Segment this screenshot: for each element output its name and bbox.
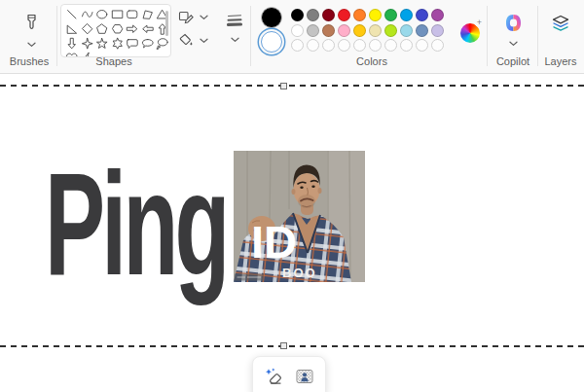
shape-star-four-icon[interactable]	[80, 36, 95, 51]
layers-icon	[550, 13, 571, 37]
remove-background-icon	[294, 366, 315, 390]
add-color-plus-icon: +	[475, 18, 484, 27]
shape-star-five-icon[interactable]	[94, 36, 110, 51]
palette-color-swatch[interactable]	[416, 9, 428, 21]
palette-color-swatch[interactable]	[384, 9, 397, 21]
meme-overlay-text: ID	[251, 216, 297, 267]
remove-background-button[interactable]	[292, 365, 317, 390]
shape-speech-bubble-oval-icon[interactable]	[140, 36, 156, 51]
copilot-group-label: Copilot	[489, 55, 537, 67]
shape-pentagon-icon[interactable]	[94, 21, 110, 36]
shape-arrow-left-icon[interactable]	[140, 21, 156, 36]
group-divider	[537, 6, 538, 66]
custom-color-slot[interactable]	[384, 39, 397, 52]
shape-arrow-down-icon[interactable]	[64, 36, 80, 51]
shape-thought-bubble-icon[interactable]	[155, 36, 170, 51]
palette-color-swatch[interactable]	[416, 24, 428, 37]
palette-color-swatch[interactable]	[322, 24, 335, 37]
brushes-button[interactable]	[18, 11, 45, 37]
custom-color-slot[interactable]	[400, 39, 413, 52]
copilot-icon	[503, 13, 524, 36]
palette-color-swatch[interactable]	[322, 9, 335, 21]
palette-color-swatch[interactable]	[338, 24, 350, 37]
custom-color-slot[interactable]	[307, 39, 319, 52]
palette-color-swatch[interactable]	[307, 9, 319, 21]
custom-color-slot[interactable]	[338, 39, 350, 52]
palette-color-swatch[interactable]	[384, 24, 397, 37]
palette-color-swatch[interactable]	[353, 24, 366, 37]
color-palette	[291, 9, 444, 54]
selection-marquee-bottom	[0, 345, 584, 347]
generative-erase-icon	[263, 366, 284, 390]
shape-hexagon-icon[interactable]	[110, 21, 126, 36]
shapes-scrollbar[interactable]	[165, 11, 168, 36]
paint-app-window: Brushes	[0, 0, 584, 392]
layers-button[interactable]	[548, 12, 573, 37]
copilot-chevron-down-icon[interactable]	[507, 39, 519, 48]
brushes-group-label: Brushes	[0, 55, 58, 67]
generative-erase-button[interactable]	[261, 365, 286, 390]
shape-size-button[interactable]	[223, 12, 246, 31]
palette-color-swatch[interactable]	[307, 24, 319, 37]
palette-color-swatch[interactable]	[353, 9, 366, 21]
selection-marquee-top	[0, 85, 584, 87]
shape-fill-button[interactable]	[177, 32, 195, 50]
shape-speech-bubble-rounded-icon[interactable]	[125, 36, 140, 51]
palette-color-swatch[interactable]	[291, 24, 304, 37]
palette-color-swatch[interactable]	[369, 9, 382, 21]
palette-color-swatch[interactable]	[338, 9, 350, 21]
custom-color-slot[interactable]	[369, 39, 382, 52]
group-divider	[487, 6, 488, 66]
custom-color-slot[interactable]	[416, 39, 428, 52]
copilot-button[interactable]	[501, 13, 525, 36]
custom-color-slot[interactable]	[431, 39, 444, 52]
palette-color-swatch[interactable]	[291, 9, 304, 21]
shape-polygon-icon[interactable]	[140, 7, 156, 21]
custom-color-slot[interactable]	[353, 39, 366, 52]
shape-line-icon[interactable]	[64, 7, 80, 21]
meme-caption-text: BOO	[282, 266, 317, 280]
palette-color-swatch[interactable]	[369, 24, 382, 37]
palette-color-swatch[interactable]	[400, 9, 413, 21]
shape-rectangle-icon[interactable]	[110, 7, 126, 21]
shape-outline-chevron-down-icon[interactable]	[198, 13, 209, 21]
shapes-gallery	[60, 4, 171, 57]
shape-right-triangle-icon[interactable]	[64, 21, 80, 36]
shape-oval-icon[interactable]	[94, 7, 110, 21]
shape-fill-chevron-down-icon[interactable]	[198, 36, 209, 45]
edit-color-button[interactable]: +	[460, 23, 480, 43]
color1-swatch[interactable]	[261, 7, 282, 28]
shape-star-six-icon[interactable]	[110, 36, 126, 51]
ping-logo-text: Ping	[45, 151, 227, 297]
shape-diamond-icon[interactable]	[80, 21, 95, 36]
shape-outline-button[interactable]	[177, 9, 195, 26]
brush-icon	[23, 13, 40, 35]
ribbon: Brushes	[0, 0, 584, 74]
group-divider	[250, 6, 251, 66]
shape-size-chevron-down-icon[interactable]	[229, 35, 240, 44]
shape-outline-icon	[178, 9, 194, 27]
selection-handle-bottom[interactable]	[280, 342, 287, 349]
group-divider	[56, 6, 57, 66]
layers-group-label: Layers	[539, 55, 582, 67]
selection-handle-top[interactable]	[280, 83, 287, 89]
palette-color-swatch[interactable]	[400, 24, 413, 37]
color2-swatch[interactable]	[261, 31, 282, 53]
palette-color-swatch[interactable]	[431, 9, 444, 21]
selection-floating-toolbar	[252, 356, 326, 392]
shape-fill-icon	[178, 32, 194, 51]
shape-rounded-rectangle-icon[interactable]	[125, 7, 140, 21]
shape-curve-icon[interactable]	[80, 7, 95, 21]
shapes-group-label: Shapes	[60, 55, 167, 67]
shape-size-icon	[225, 12, 244, 31]
custom-color-slot[interactable]	[322, 39, 335, 52]
pasted-meme-image: ID BOO	[234, 151, 365, 282]
custom-color-slot[interactable]	[291, 39, 304, 52]
colors-group-label: Colors	[255, 55, 489, 67]
shape-arrow-right-icon[interactable]	[125, 21, 140, 36]
palette-color-swatch[interactable]	[431, 24, 444, 37]
brushes-chevron-down-icon[interactable]	[24, 40, 38, 49]
